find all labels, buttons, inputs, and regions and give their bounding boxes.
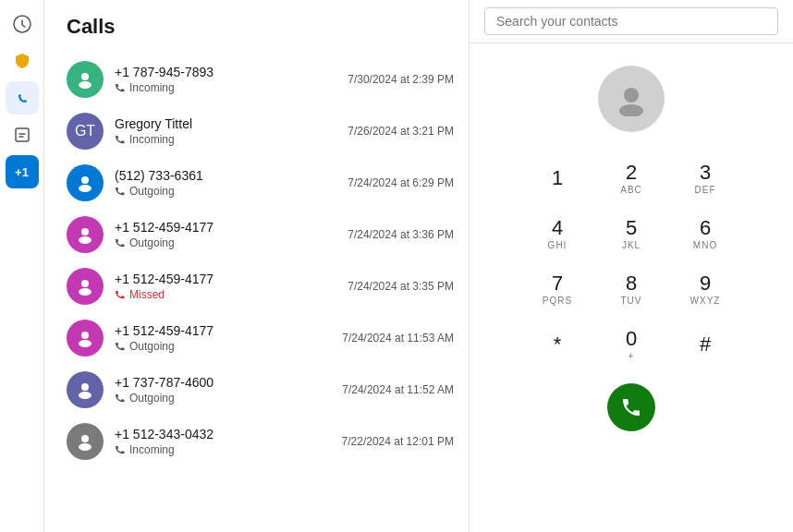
activity-icon[interactable] [6, 7, 39, 41]
svg-point-19 [624, 88, 639, 103]
call-type: Missed [115, 288, 348, 301]
avatar [67, 423, 104, 460]
avatar: GT [67, 113, 104, 150]
search-input[interactable] [484, 7, 778, 35]
svg-point-13 [81, 332, 89, 339]
dial-number: 5 [626, 218, 637, 238]
call-time: 7/24/2024 at 11:52 AM [342, 383, 454, 396]
avatar [67, 164, 104, 201]
call-name: Gregory Tittel [115, 116, 348, 131]
phone-icon [115, 341, 126, 352]
dial-key-*[interactable]: * [524, 320, 591, 369]
call-time: 7/22/2024 at 12:01 PM [342, 435, 454, 448]
dial-key-3[interactable]: 3DEF [672, 154, 738, 202]
svg-point-14 [79, 340, 92, 347]
svg-point-7 [81, 176, 89, 184]
call-info: +1 512-459-4177Missed [115, 272, 348, 301]
call-item[interactable]: +1 737-787-4600Outgoing7/24/2024 at 11:5… [67, 364, 469, 416]
phone-icon [115, 237, 126, 248]
call-info: +1 512-343-0432Incoming [115, 427, 342, 456]
call-button-area [607, 383, 655, 431]
dial-key-4[interactable]: 4GHI [524, 210, 591, 258]
call-type: Outgoing [115, 185, 348, 198]
dial-key-9[interactable]: 9WXYZ [672, 265, 738, 313]
phone-icon [115, 186, 126, 197]
avatar [67, 216, 104, 253]
dial-number: 8 [626, 273, 637, 294]
dial-key-8[interactable]: 8TUV [598, 265, 665, 313]
dial-number: 3 [700, 163, 711, 183]
call-type-label: Outgoing [129, 340, 175, 353]
call-type-label: Outgoing [129, 236, 175, 249]
phone-icon [115, 444, 126, 455]
call-type-label: Incoming [129, 133, 175, 146]
shield-icon[interactable] [6, 44, 39, 78]
dial-key-6[interactable]: 6MNO [672, 210, 738, 258]
call-type: Outgoing [115, 236, 348, 249]
svg-point-8 [79, 185, 92, 192]
dial-number: 4 [552, 218, 563, 238]
dial-alpha: DEF [695, 185, 716, 195]
notifications-icon[interactable] [6, 118, 39, 151]
dial-number: 1 [552, 168, 563, 188]
svg-point-17 [81, 435, 89, 442]
svg-point-11 [81, 280, 89, 287]
dial-number: 0 [626, 329, 637, 349]
call-item[interactable]: (512) 733-6361Outgoing7/24/2024 at 6:29 … [67, 157, 469, 209]
avatar [67, 61, 104, 98]
call-info: Gregory TittelIncoming [115, 116, 348, 146]
call-item[interactable]: +1 512-459-4177Outgoing7/24/2024 at 3:36… [67, 209, 469, 260]
call-name: +1 512-343-0432 [115, 427, 342, 441]
call-item[interactable]: GTGregory TittelIncoming7/26/2024 at 3:2… [67, 105, 469, 157]
dial-number: 7 [552, 273, 563, 294]
call-time: 7/24/2024 at 6:29 PM [348, 176, 454, 189]
add-contact-icon[interactable]: +1 [6, 155, 39, 188]
call-name: +1 512-459-4177 [115, 272, 348, 286]
dial-key-1[interactable]: 1 [524, 154, 591, 202]
call-name: +1 512-459-4177 [115, 323, 342, 338]
avatar [67, 268, 104, 305]
dial-alpha: MNO [693, 240, 717, 250]
call-info: +1 787-945-7893Incoming [115, 65, 348, 94]
phone-icon [115, 82, 126, 93]
call-type-label: Incoming [129, 443, 175, 456]
call-type: Incoming [115, 81, 348, 94]
phone-icon [115, 289, 126, 300]
svg-point-15 [81, 383, 89, 391]
call-name: (512) 733-6361 [115, 168, 348, 183]
svg-point-1 [14, 90, 30, 106]
call-item[interactable]: +1 787-945-7893Incoming7/30/2024 at 2:39… [67, 54, 469, 105]
calls-list: +1 787-945-7893Incoming7/30/2024 at 2:39… [67, 54, 469, 467]
call-button[interactable] [607, 383, 655, 431]
dial-key-5[interactable]: 5JKL [598, 210, 665, 258]
call-info: +1 737-787-4600Outgoing [115, 375, 342, 405]
call-time: 7/24/2024 at 3:36 PM [348, 228, 454, 241]
dial-key-#[interactable]: # [672, 320, 738, 369]
dial-key-7[interactable]: 7PQRS [524, 265, 591, 313]
dial-number: # [700, 334, 711, 355]
svg-point-5 [81, 73, 89, 80]
calls-panel: Calls +1 787-945-7893Incoming7/30/2024 a… [44, 0, 470, 532]
call-type: Incoming [115, 443, 342, 456]
avatar [67, 320, 104, 357]
dial-alpha: WXYZ [690, 296, 721, 306]
dial-number: 6 [700, 218, 711, 238]
call-name: +1 737-787-4600 [115, 375, 342, 390]
call-type: Outgoing [115, 392, 342, 405]
call-item[interactable]: +1 512-459-4177Missed7/24/2024 at 3:35 P… [67, 260, 469, 312]
svg-point-20 [619, 104, 643, 116]
dial-key-0[interactable]: 0+ [598, 320, 665, 369]
svg-point-6 [79, 81, 92, 89]
phone-icon [115, 393, 126, 404]
svg-point-16 [79, 392, 92, 399]
calls-icon[interactable] [6, 81, 39, 115]
contact-avatar-placeholder [598, 66, 665, 132]
call-item[interactable]: +1 512-459-4177Outgoing7/24/2024 at 11:5… [67, 312, 469, 364]
call-name: +1 787-945-7893 [115, 65, 348, 79]
svg-point-9 [81, 228, 89, 236]
call-item[interactable]: +1 512-343-0432Incoming7/22/2024 at 12:0… [67, 416, 469, 467]
dial-alpha: ABC [620, 185, 642, 195]
dial-key-2[interactable]: 2ABC [598, 154, 665, 202]
dial-alpha: GHI [548, 240, 567, 250]
avatar [67, 371, 104, 408]
